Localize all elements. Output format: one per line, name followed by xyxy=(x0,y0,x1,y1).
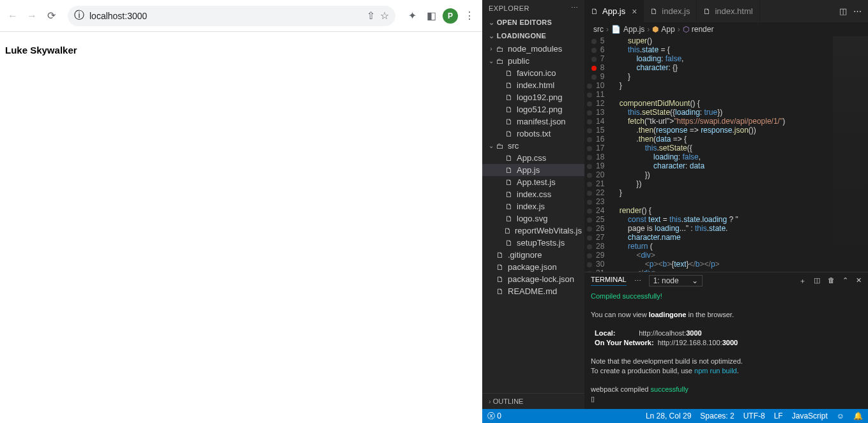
file-item[interactable]: 🗋index.html xyxy=(482,79,584,91)
file-icon: 🗋 xyxy=(504,202,514,211)
kill-terminal-icon[interactable]: 🗑 xyxy=(828,276,835,286)
file-item[interactable]: 🗋README.md xyxy=(482,285,584,297)
status-language[interactable]: JavaScript xyxy=(792,412,828,420)
file-icon: 🗋 xyxy=(703,7,711,16)
sidepanel-icon[interactable]: ◧ xyxy=(423,8,439,24)
bookmark-icon[interactable]: ☆ xyxy=(380,10,389,22)
file-item[interactable]: 🗋reportWebVitals.js xyxy=(482,225,584,237)
editor-tab[interactable]: 🗋index.html xyxy=(697,0,759,22)
maximize-terminal-icon[interactable]: ⌃ xyxy=(842,276,848,286)
open-editors-header[interactable]: ⌄ OPEN EDITORS xyxy=(482,16,584,29)
file-item[interactable]: 🗋logo192.png xyxy=(482,91,584,103)
file-icon: 🗋 xyxy=(504,117,514,126)
status-bar: ⓧ 0 Ln 28, Col 29 Spaces: 2 UTF-8 LF Jav… xyxy=(482,409,868,423)
file-item[interactable]: 🗋logo512.png xyxy=(482,103,584,115)
file-icon: 🗋 xyxy=(504,130,514,138)
tab-more-icon[interactable]: ⋯ xyxy=(853,6,862,16)
file-icon: 🗋 xyxy=(504,81,514,90)
close-panel-icon[interactable]: ✕ xyxy=(856,276,862,286)
status-feedback-icon[interactable]: ☺ xyxy=(837,412,844,420)
file-icon: 🗋 xyxy=(495,263,505,272)
terminal-output[interactable]: Compiled successfully! You can now view … xyxy=(584,289,868,409)
terminal-panel: TERMINAL ⋯ 1: node⌄ ＋ ◫ 🗑 ⌃ ✕ Compiled s… xyxy=(584,272,868,409)
url-text: localhost:3000 xyxy=(89,11,362,21)
forward-button[interactable]: → xyxy=(24,8,40,24)
explorer-more-icon[interactable]: ⋯ xyxy=(571,4,579,12)
folder-item[interactable]: ⌄🗀public xyxy=(482,55,584,67)
page-heading: Luke Skywalker xyxy=(5,45,477,56)
file-icon: 🗋 xyxy=(650,7,658,16)
site-info-icon[interactable]: ⓘ xyxy=(74,9,84,22)
status-problems[interactable]: ⓧ 0 xyxy=(487,411,501,422)
browser-page: Luke Skywalker xyxy=(0,32,482,423)
folder-item[interactable]: ›🗀node_modules xyxy=(482,43,584,55)
split-editor-icon[interactable]: ◫ xyxy=(839,6,847,16)
folder-item[interactable]: ⌄🗀src xyxy=(482,140,584,152)
explorer-sidebar: EXPLORER ⋯ ⌄ OPEN EDITORS ⌄ LOADINGONE ›… xyxy=(482,0,584,409)
menu-icon[interactable]: ⋮ xyxy=(462,8,477,24)
file-item[interactable]: 🗋logo.svg xyxy=(482,212,584,225)
file-item[interactable]: 🗋favicon.ico xyxy=(482,67,584,79)
extensions-icon[interactable]: ✦ xyxy=(404,8,420,24)
file-icon: 🗋 xyxy=(504,190,514,199)
file-item[interactable]: 🗋index.js xyxy=(482,200,584,212)
editor-tab[interactable]: 🗋App.js× xyxy=(584,0,644,22)
editor-tab[interactable]: 🗋index.js xyxy=(644,0,697,22)
vscode-window: EXPLORER ⋯ ⌄ OPEN EDITORS ⌄ LOADINGONE ›… xyxy=(482,0,868,423)
share-icon[interactable]: ⇧ xyxy=(367,10,375,22)
file-item[interactable]: 🗋robots.txt xyxy=(482,128,584,140)
new-terminal-icon[interactable]: ＋ xyxy=(799,276,806,286)
status-cursor-pos[interactable]: Ln 28, Col 29 xyxy=(646,412,691,420)
browser-toolbar: ← → ⟳ ⓘ localhost:3000 ⇧ ☆ ✦ ◧ P ⋮ xyxy=(0,0,482,32)
file-item[interactable]: 🗋.gitignore xyxy=(482,249,584,261)
folder-icon: 🗀 xyxy=(495,45,505,54)
file-icon: 🗋 xyxy=(495,287,505,296)
file-item[interactable]: 🗋package.json xyxy=(482,261,584,273)
folder-icon: 🗀 xyxy=(495,142,505,151)
status-encoding[interactable]: UTF-8 xyxy=(743,412,765,420)
file-item[interactable]: 🗋package-lock.json xyxy=(482,273,584,285)
file-icon: 🗋 xyxy=(504,69,514,78)
file-item[interactable]: 🗋index.css xyxy=(482,188,584,200)
outline-header[interactable]: › OUTLINE xyxy=(482,393,584,409)
file-icon: 🗋 xyxy=(504,214,514,223)
terminal-selector[interactable]: 1: node⌄ xyxy=(649,275,703,286)
file-icon: 🗋 xyxy=(504,154,514,163)
file-item[interactable]: 🗋setupTests.js xyxy=(482,237,584,249)
file-item[interactable]: 🗋manifest.json xyxy=(482,115,584,128)
reload-button[interactable]: ⟳ xyxy=(43,8,59,24)
address-bar[interactable]: ⓘ localhost:3000 ⇧ ☆ xyxy=(68,6,395,26)
split-terminal-icon[interactable]: ◫ xyxy=(814,276,820,286)
file-item[interactable]: 🗋App.js xyxy=(482,164,584,176)
file-icon: 🗋 xyxy=(504,239,514,248)
file-icon: 🗋 xyxy=(503,226,512,235)
file-item[interactable]: 🗋App.css xyxy=(482,152,584,164)
file-icon: 🗋 xyxy=(504,93,514,102)
editor-column: 🗋App.js×🗋index.js🗋index.html ◫ ⋯ src› 📄A… xyxy=(584,0,868,409)
file-icon: 🗋 xyxy=(504,105,514,114)
project-header[interactable]: ⌄ LOADINGONE xyxy=(482,29,584,43)
explorer-title: EXPLORER xyxy=(489,4,529,12)
file-icon: 🗋 xyxy=(495,275,505,284)
status-bell-icon[interactable]: 🔔 xyxy=(853,412,863,420)
file-icon: 🗋 xyxy=(504,166,514,175)
browser-window: ← → ⟳ ⓘ localhost:3000 ⇧ ☆ ✦ ◧ P ⋮ Luke … xyxy=(0,0,482,423)
terminal-more-icon[interactable]: ⋯ xyxy=(634,277,641,285)
file-icon: 🗋 xyxy=(495,251,505,260)
file-icon: 🗋 xyxy=(504,178,514,187)
file-item[interactable]: 🗋App.test.js xyxy=(482,176,584,188)
code-editor[interactable]: 5678910111213141516171819202122232425262… xyxy=(584,36,868,272)
file-tree: ›🗀node_modules⌄🗀public🗋favicon.ico🗋index… xyxy=(482,43,584,393)
file-icon: 🗋 xyxy=(591,7,598,16)
profile-avatar[interactable]: P xyxy=(443,8,458,24)
folder-icon: 🗀 xyxy=(495,57,505,66)
back-button[interactable]: ← xyxy=(5,8,20,24)
minimap[interactable] xyxy=(833,36,868,272)
editor-tabs: 🗋App.js×🗋index.js🗋index.html ◫ ⋯ xyxy=(584,0,868,22)
status-eol[interactable]: LF xyxy=(774,412,783,420)
breadcrumbs[interactable]: src› 📄App.js› ⬢App› ⬡render xyxy=(584,22,868,36)
status-indent[interactable]: Spaces: 2 xyxy=(700,412,734,420)
terminal-tab[interactable]: TERMINAL xyxy=(591,276,627,286)
close-tab-icon[interactable]: × xyxy=(632,6,637,17)
